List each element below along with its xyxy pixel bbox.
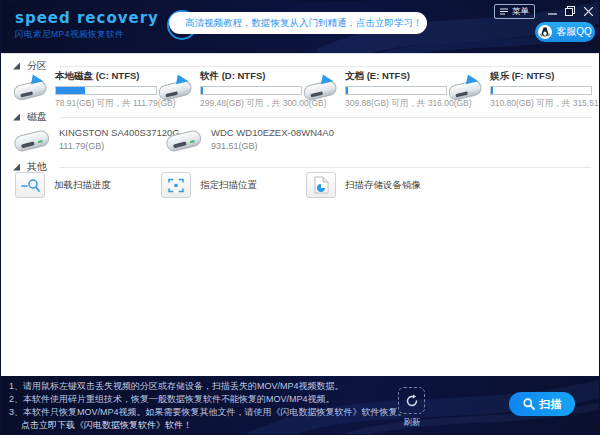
menu-button[interactable]: 菜单 — [494, 4, 535, 19]
restore-icon — [565, 6, 575, 16]
partition-capacity: 310.80(GB) 可用，共 315.51(GB) — [490, 98, 600, 110]
hard-drive-play-icon — [154, 70, 196, 104]
close-icon — [584, 7, 593, 16]
capacity-bar-fill — [56, 87, 85, 94]
capacity-bar — [55, 86, 157, 95]
disk-capacity: 931.51(GB) — [211, 141, 334, 151]
main-content: 分区 本地磁盘 (C: NTFS) 78.91(GB) 可用，共 111.79(… — [1, 53, 599, 376]
partition-item-d[interactable]: 软件 (D: NTFS) 299.48(GB) 可用，共 300.00(GB) — [154, 70, 299, 110]
minimize-button[interactable] — [545, 5, 559, 17]
other-item-label: 扫描存储设备镜像 — [345, 179, 421, 192]
minimize-icon — [548, 7, 557, 16]
tip-line-1: 1、请用鼠标左键双击丢失视频的分区或存储设备，扫描丢失的MOV/MP4视频数据。 — [9, 380, 407, 393]
capacity-bar-fill — [201, 87, 203, 94]
partition-item-c[interactable]: 本地磁盘 (C: NTFS) 78.91(GB) 可用，共 111.79(GB) — [9, 70, 154, 110]
disk-name: KINGSTON SA400S37120G — [59, 127, 180, 138]
scan-target-icon — [161, 172, 191, 198]
scan-device-image-item[interactable]: 扫描存储设备镜像 — [306, 172, 421, 198]
section-divider — [60, 66, 591, 67]
download-link[interactable]: 点击立即下载《闪电数据恢复软件》软件！ — [9, 419, 407, 432]
capacity-bar — [200, 86, 302, 95]
tutorial-banner[interactable]: 高清视频教程，数据恢复从入门到精通，点击立即学习！ — [169, 12, 427, 34]
footer: 1、请用鼠标左键双击丢失视频的分区或存储设备，扫描丢失的MOV/MP4视频数据。… — [1, 376, 599, 434]
app-window: speed recovery 闪电索尼MP4视频恢复软件 高清视频教程，数据恢复… — [0, 0, 600, 435]
refresh-button[interactable]: 刷新 — [398, 387, 426, 429]
partition-item-e[interactable]: 文档 (E: NTFS) 309.88(GB) 可用，共 316.00(GB) — [299, 70, 444, 110]
hard-drive-play-icon — [9, 70, 51, 104]
refresh-arrow-icon — [398, 387, 425, 414]
specify-scan-location-item[interactable]: 指定扫描位置 — [161, 172, 257, 198]
titlebar: speed recovery 闪电索尼MP4视频恢复软件 高清视频教程，数据恢复… — [1, 1, 599, 53]
hard-drive-icon — [11, 122, 53, 156]
logo-subtitle: 闪电索尼MP4视频恢复软件 — [15, 29, 159, 41]
refresh-label: 刷新 — [398, 417, 426, 429]
hard-drive-play-icon — [444, 70, 486, 104]
hamburger-icon — [500, 8, 508, 15]
disk-item-wdc[interactable]: WDC WD10EZEX-08WN4A0 931.51(GB) — [163, 122, 334, 156]
menu-label: 菜单 — [512, 6, 529, 18]
other-item-label: 指定扫描位置 — [200, 179, 257, 192]
tip-line-2: 2、本软件使用碎片重组技术，恢复一般数据恢复软件不能恢复的MOV/MP4视频。 — [9, 393, 407, 406]
collapse-triangle-icon — [13, 164, 20, 171]
close-button[interactable] — [581, 5, 595, 17]
load-scan-progress-item[interactable]: 加载扫描进度 — [15, 172, 111, 198]
capacity-bar-fill — [346, 87, 348, 94]
disk-item-kingston[interactable]: KINGSTON SA400S37120G 111.79(GB) — [11, 122, 180, 156]
hard-drive-icon — [163, 122, 205, 156]
footer-tips: 1、请用鼠标左键双击丢失视频的分区或存储设备，扫描丢失的MOV/MP4视频数据。… — [9, 380, 407, 432]
hard-drive-play-icon — [299, 70, 341, 104]
scan-button[interactable]: 扫描 — [509, 392, 575, 416]
capacity-bar — [490, 86, 592, 95]
other-item-label: 加载扫描进度 — [54, 179, 111, 192]
section-divider — [60, 117, 591, 118]
collapse-triangle-icon — [13, 114, 20, 121]
capacity-bar-fill — [491, 87, 493, 94]
magnifier-icon — [523, 398, 535, 410]
collapse-triangle-icon — [13, 63, 20, 70]
restore-button[interactable] — [563, 5, 577, 17]
banner-text: 高清视频教程，数据恢复从入门到精通，点击立即学习！ — [185, 17, 423, 30]
disk-capacity: 111.79(GB) — [59, 141, 180, 151]
disk-image-document-icon — [306, 172, 336, 198]
capacity-bar — [345, 86, 447, 95]
qq-penguin-icon — [538, 25, 552, 39]
qq-label: 客服QQ — [556, 25, 592, 39]
disk-name: WDC WD10EZEX-08WN4A0 — [211, 127, 334, 138]
logo-title: speed recovery — [15, 9, 159, 27]
scan-label: 扫描 — [540, 397, 562, 412]
partition-item-f[interactable]: 娱乐 (F: NTFS) 310.80(GB) 可用，共 315.51(GB) — [444, 70, 589, 110]
partition-name: 娱乐 (F: NTFS) — [490, 70, 600, 83]
tip-line-3: 3、本软件只恢复MOV/MP4视频。如果需要恢复其他文件，请使用《闪电数据恢复软… — [9, 406, 407, 419]
customer-service-qq-button[interactable]: 客服QQ — [535, 22, 595, 42]
section-divider — [60, 167, 591, 168]
magnifier-minus-icon — [15, 172, 45, 198]
